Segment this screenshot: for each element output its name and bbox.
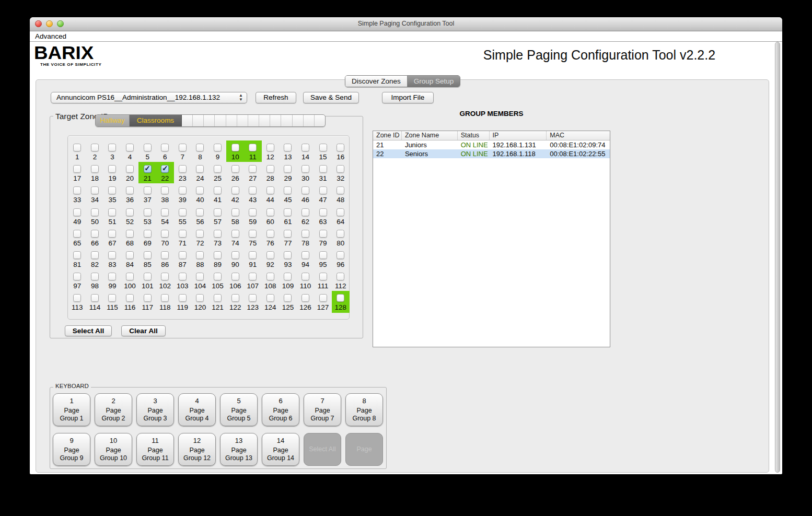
- empty-tab-segment[interactable]: [182, 115, 193, 126]
- zone-cell-40[interactable]: 40: [191, 183, 209, 205]
- zone-checkbox-15[interactable]: [319, 144, 327, 151]
- zone-cell-38[interactable]: 38: [156, 183, 174, 205]
- zone-cell-58[interactable]: 58: [226, 205, 244, 227]
- zone-checkbox-86[interactable]: [161, 251, 169, 259]
- zone-cell-39[interactable]: 39: [174, 183, 192, 205]
- zone-cell-65[interactable]: 65: [68, 227, 86, 248]
- zone-checkbox-40[interactable]: [196, 186, 204, 194]
- zone-cell-30[interactable]: 30: [297, 162, 315, 183]
- zone-checkbox-77[interactable]: [284, 230, 292, 238]
- zone-checkbox-89[interactable]: [214, 251, 222, 259]
- zone-checkbox-35[interactable]: [108, 186, 116, 194]
- page-group-button-3[interactable]: 3Page Group 3: [136, 393, 174, 426]
- zone-checkbox-65[interactable]: [73, 230, 81, 238]
- zone-cell-77[interactable]: 77: [279, 227, 297, 248]
- zone-cell-26[interactable]: 26: [226, 162, 244, 183]
- zone-cell-70[interactable]: 70: [156, 227, 174, 248]
- zone-checkbox-12[interactable]: [266, 144, 274, 151]
- zone-checkbox-116[interactable]: [126, 294, 134, 302]
- page-group-button-8[interactable]: 8Page Group 8: [345, 393, 383, 426]
- zone-checkbox-42[interactable]: [231, 186, 239, 194]
- device-select[interactable]: Annuncicom PS16__Administration__192.168…: [51, 92, 247, 103]
- zone-checkbox-61[interactable]: [284, 208, 292, 216]
- zone-cell-48[interactable]: 48: [332, 183, 350, 205]
- zone-checkbox-41[interactable]: [214, 186, 222, 194]
- page-group-button-4[interactable]: 4Page Group 4: [178, 393, 216, 426]
- zone-checkbox-9[interactable]: [214, 144, 222, 151]
- zone-checkbox-29[interactable]: [284, 165, 292, 173]
- zone-cell-3[interactable]: 3: [103, 140, 121, 162]
- zone-cell-93[interactable]: 93: [279, 248, 297, 269]
- zone-checkbox-67[interactable]: [108, 230, 116, 238]
- empty-tab-segment[interactable]: [193, 115, 204, 126]
- zone-cell-117[interactable]: 117: [138, 291, 156, 312]
- empty-tab-segment[interactable]: [304, 115, 315, 126]
- column-header-ip[interactable]: IP: [490, 131, 547, 140]
- zone-cell-104[interactable]: 104: [191, 269, 209, 291]
- page-group-button-11[interactable]: 11Page Group 11: [136, 433, 174, 466]
- zone-checkbox-55[interactable]: [179, 208, 187, 216]
- zone-cell-105[interactable]: 105: [209, 269, 227, 291]
- zone-checkbox-91[interactable]: [249, 251, 257, 259]
- zone-checkbox-114[interactable]: [91, 294, 99, 302]
- zone-cell-2[interactable]: 2: [86, 140, 104, 162]
- zone-cell-112[interactable]: 112: [332, 269, 350, 291]
- zone-cell-115[interactable]: 115: [103, 291, 121, 312]
- zone-cell-116[interactable]: 116: [121, 291, 139, 312]
- zone-cell-68[interactable]: 68: [121, 227, 139, 248]
- zone-cell-111[interactable]: 111: [314, 269, 332, 291]
- zone-cell-55[interactable]: 55: [174, 205, 192, 227]
- zone-checkbox-49[interactable]: [73, 208, 81, 216]
- zone-checkbox-56[interactable]: [196, 208, 204, 216]
- zone-checkbox-28[interactable]: [266, 165, 274, 173]
- close-button[interactable]: [35, 20, 42, 27]
- zone-cell-18[interactable]: 18: [86, 162, 104, 183]
- zone-checkbox-2[interactable]: [91, 144, 99, 151]
- empty-tab-segment[interactable]: [215, 115, 226, 126]
- zone-checkbox-126[interactable]: [301, 294, 309, 302]
- zone-checkbox-100[interactable]: [126, 273, 134, 280]
- zone-checkbox-50[interactable]: [91, 208, 99, 216]
- zone-checkbox-101[interactable]: [144, 273, 152, 280]
- zone-checkbox-128[interactable]: [337, 294, 344, 302]
- zone-checkbox-32[interactable]: [337, 165, 344, 173]
- zone-checkbox-19[interactable]: [108, 165, 116, 173]
- zone-checkbox-58[interactable]: [231, 208, 239, 216]
- zone-cell-21[interactable]: 21: [138, 162, 156, 183]
- zone-cell-57[interactable]: 57: [209, 205, 227, 227]
- zone-checkbox-95[interactable]: [319, 251, 327, 259]
- zone-cell-64[interactable]: 64: [332, 205, 350, 227]
- zone-cell-118[interactable]: 118: [156, 291, 174, 312]
- zone-cell-6[interactable]: 6: [156, 140, 174, 162]
- zone-cell-126[interactable]: 126: [297, 291, 315, 312]
- zone-cell-35[interactable]: 35: [103, 183, 121, 205]
- zone-cell-86[interactable]: 86: [156, 248, 174, 269]
- empty-tab-segment[interactable]: [259, 115, 270, 126]
- zone-cell-45[interactable]: 45: [279, 183, 297, 205]
- zoom-button[interactable]: [57, 20, 64, 27]
- zone-cell-5[interactable]: 5: [138, 140, 156, 162]
- zone-checkbox-88[interactable]: [196, 251, 204, 259]
- zone-checkbox-16[interactable]: [337, 144, 344, 151]
- page-group-button-6[interactable]: 6Page Group 6: [262, 393, 299, 426]
- zone-cell-110[interactable]: 110: [297, 269, 315, 291]
- zone-checkbox-13[interactable]: [284, 144, 292, 151]
- zone-checkbox-121[interactable]: [214, 294, 222, 302]
- zone-cell-73[interactable]: 73: [209, 227, 227, 248]
- zone-checkbox-34[interactable]: [91, 186, 99, 194]
- column-header-mac[interactable]: MAC: [547, 131, 610, 140]
- zone-cell-22[interactable]: 22: [156, 162, 174, 183]
- zone-cell-87[interactable]: 87: [174, 248, 192, 269]
- zone-checkbox-4[interactable]: [126, 144, 134, 151]
- zone-cell-62[interactable]: 62: [297, 205, 315, 227]
- zone-checkbox-119[interactable]: [179, 294, 187, 302]
- zone-checkbox-105[interactable]: [214, 273, 222, 280]
- zone-cell-101[interactable]: 101: [138, 269, 156, 291]
- zone-cell-43[interactable]: 43: [244, 183, 262, 205]
- zone-cell-99[interactable]: 99: [103, 269, 121, 291]
- zone-cell-90[interactable]: 90: [226, 248, 244, 269]
- zone-cell-59[interactable]: 59: [244, 205, 262, 227]
- zone-checkbox-27[interactable]: [249, 165, 257, 173]
- tab-group-setup[interactable]: Group Setup: [408, 76, 460, 87]
- zone-checkbox-97[interactable]: [73, 273, 81, 280]
